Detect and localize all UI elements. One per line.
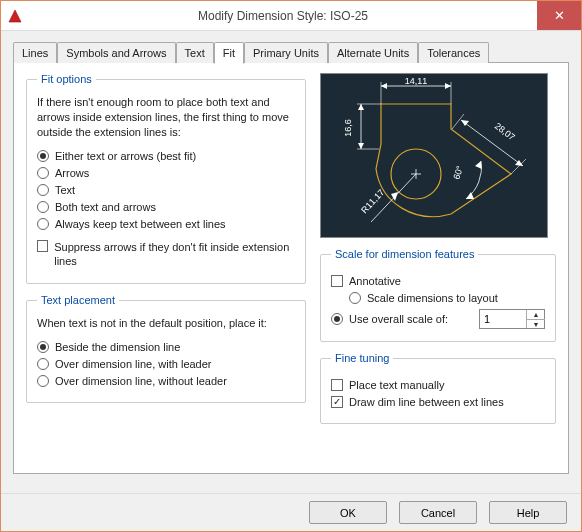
checkbox-label: Place text manually — [349, 379, 444, 391]
tab-lines[interactable]: Lines — [13, 42, 57, 63]
radio-label: Both text and arrows — [55, 201, 156, 213]
radio-icon — [331, 313, 343, 325]
radio-over-without-leader[interactable]: Over dimension line, without leader — [37, 375, 295, 387]
checkbox-icon — [331, 275, 343, 287]
radio-label: Scale dimensions to layout — [367, 292, 498, 304]
radio-icon — [37, 341, 49, 353]
radio-icon — [37, 150, 49, 162]
close-button[interactable]: ✕ — [537, 1, 581, 30]
groupbox-text-placement: Text placement When text is not in the d… — [26, 294, 306, 403]
tabpanel-fit: Fit options If there isn't enough room t… — [13, 62, 569, 474]
checkbox-label: Annotative — [349, 275, 401, 287]
checkbox-draw-dim-line-between[interactable]: Draw dim line between ext lines — [331, 396, 545, 408]
radio-beside-dimension-line[interactable]: Beside the dimension line — [37, 341, 295, 353]
radio-icon — [37, 358, 49, 370]
dimension-preview: 14,11 16,6 28,07 — [320, 73, 548, 238]
radio-text[interactable]: Text — [37, 184, 295, 196]
fit-options-description: If there isn't enough room to place both… — [37, 95, 295, 140]
preview-dim-left: 16,6 — [343, 119, 353, 137]
radio-icon — [349, 292, 361, 304]
radio-arrows[interactable]: Arrows — [37, 167, 295, 179]
legend-scale: Scale for dimension features — [331, 248, 478, 260]
checkbox-suppress-arrows[interactable]: Suppress arrows if they don't fit inside… — [37, 240, 295, 269]
radio-label: Arrows — [55, 167, 89, 179]
spin-up-icon[interactable]: ▲ — [527, 310, 545, 319]
tab-text[interactable]: Text — [176, 42, 214, 63]
checkbox-icon — [331, 396, 343, 408]
radio-scale-to-layout[interactable]: Scale dimensions to layout — [349, 292, 545, 304]
groupbox-fit-options: Fit options If there isn't enough room t… — [26, 73, 306, 284]
help-button[interactable]: Help — [489, 501, 567, 524]
dialog-footer: OK Cancel Help — [1, 493, 581, 531]
checkbox-label: Draw dim line between ext lines — [349, 396, 504, 408]
radio-icon — [37, 201, 49, 213]
window-title: Modify Dimension Style: ISO-25 — [29, 1, 537, 30]
checkbox-icon — [37, 240, 48, 252]
radio-always-keep-text-between[interactable]: Always keep text between ext lines — [37, 218, 295, 230]
overall-scale-spinbox[interactable]: ▲ ▼ — [479, 309, 545, 329]
cancel-button[interactable]: Cancel — [399, 501, 477, 524]
titlebar: Modify Dimension Style: ISO-25 ✕ — [1, 1, 581, 31]
radio-icon — [37, 218, 49, 230]
groupbox-fine-tuning: Fine tuning Place text manually Draw dim… — [320, 352, 556, 424]
legend-fine-tuning: Fine tuning — [331, 352, 393, 364]
radio-over-with-leader[interactable]: Over dimension line, with leader — [37, 358, 295, 370]
text-placement-description: When text is not in the default position… — [37, 316, 295, 331]
radio-label: Text — [55, 184, 75, 196]
radio-label: Always keep text between ext lines — [55, 218, 226, 230]
tab-fit[interactable]: Fit — [214, 42, 244, 64]
tabstrip: Lines Symbols and Arrows Text Fit Primar… — [13, 42, 569, 63]
tab-primary-units[interactable]: Primary Units — [244, 42, 328, 63]
checkbox-icon — [331, 379, 343, 391]
dialog-content: Lines Symbols and Arrows Text Fit Primar… — [1, 31, 581, 493]
tab-symbols-and-arrows[interactable]: Symbols and Arrows — [57, 42, 175, 63]
app-icon — [1, 1, 29, 31]
radio-both-text-and-arrows[interactable]: Both text and arrows — [37, 201, 295, 213]
radio-either-text-or-arrows[interactable]: Either text or arrows (best fit) — [37, 150, 295, 162]
radio-use-overall-scale[interactable]: Use overall scale of: — [331, 313, 448, 325]
ok-button[interactable]: OK — [309, 501, 387, 524]
spin-down-icon[interactable]: ▼ — [527, 319, 545, 328]
checkbox-label: Suppress arrows if they don't fit inside… — [54, 240, 295, 269]
svg-rect-0 — [321, 74, 547, 237]
legend-fit-options: Fit options — [37, 73, 96, 85]
checkbox-place-text-manually[interactable]: Place text manually — [331, 379, 545, 391]
overall-scale-input[interactable] — [480, 310, 526, 328]
preview-dim-top: 14,11 — [405, 76, 428, 86]
radio-icon — [37, 167, 49, 179]
checkbox-annotative[interactable]: Annotative — [331, 275, 545, 287]
radio-label: Over dimension line, without leader — [55, 375, 227, 387]
legend-text-placement: Text placement — [37, 294, 119, 306]
radio-label: Beside the dimension line — [55, 341, 180, 353]
close-icon: ✕ — [554, 8, 565, 23]
tab-tolerances[interactable]: Tolerances — [418, 42, 489, 63]
radio-icon — [37, 184, 49, 196]
tab-alternate-units[interactable]: Alternate Units — [328, 42, 418, 63]
radio-label: Either text or arrows (best fit) — [55, 150, 196, 162]
radio-label: Over dimension line, with leader — [55, 358, 212, 370]
groupbox-scale: Scale for dimension features Annotative … — [320, 248, 556, 342]
radio-label: Use overall scale of: — [349, 313, 448, 325]
radio-icon — [37, 375, 49, 387]
